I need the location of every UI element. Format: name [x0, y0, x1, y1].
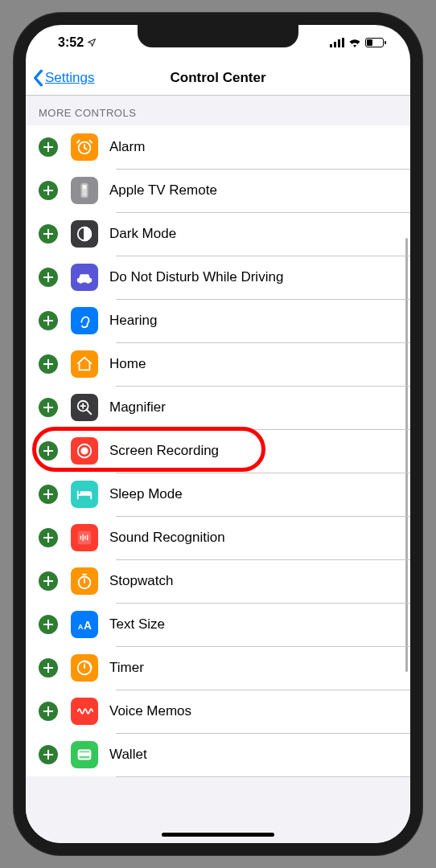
back-label: Settings — [45, 70, 94, 86]
cellular-icon — [330, 38, 344, 47]
list-item[interactable]: Sound Recognition — [26, 516, 410, 559]
record-icon — [71, 437, 98, 465]
svg-point-17 — [87, 280, 89, 283]
stopwatch-icon — [71, 567, 98, 595]
list-item[interactable]: Stopwatch — [26, 559, 410, 603]
svg-rect-1 — [334, 42, 336, 47]
row-label: Magnifier — [109, 399, 166, 416]
svg-rect-5 — [367, 39, 372, 46]
status-time: 3:52 — [58, 35, 84, 50]
row-label: Screen Recording — [109, 443, 219, 459]
remote-icon — [71, 177, 98, 204]
list-item[interactable]: Wallet — [26, 733, 410, 776]
add-button[interactable] — [39, 571, 58, 591]
row-label: Home — [109, 356, 146, 372]
list-item[interactable]: AAText Size — [26, 603, 410, 646]
svg-text:A: A — [78, 623, 84, 631]
row-label: Apple TV Remote — [109, 182, 217, 199]
svg-point-13 — [84, 186, 86, 188]
list-item[interactable]: Timer — [26, 646, 410, 690]
add-button[interactable] — [39, 441, 58, 461]
phone-frame: 3:52 Settings Control Center MORE CONTRO… — [13, 12, 423, 856]
row-label: Dark Mode — [109, 226, 176, 242]
magnifier-icon — [71, 394, 98, 421]
add-button[interactable] — [39, 658, 58, 678]
add-button[interactable] — [39, 311, 58, 330]
row-label: Sleep Mode — [109, 486, 183, 502]
add-button[interactable] — [39, 181, 58, 200]
row-label: Alarm — [109, 139, 145, 155]
bed-icon — [71, 481, 98, 508]
add-button[interactable] — [39, 268, 58, 287]
row-label: Text Size — [109, 616, 165, 633]
svg-line-19 — [87, 410, 92, 415]
add-button[interactable] — [39, 528, 58, 547]
svg-rect-38 — [79, 753, 91, 755]
nav-bar: Settings Control Center — [26, 60, 410, 96]
list-item[interactable]: Apple TV Remote — [26, 169, 410, 212]
list-item[interactable]: Alarm — [26, 125, 410, 169]
section-header: MORE CONTROLS — [26, 96, 410, 125]
battery-icon — [365, 38, 386, 47]
svg-rect-2 — [338, 39, 340, 47]
row-label: Hearing — [109, 313, 158, 329]
ear-icon — [71, 307, 98, 334]
wifi-icon — [348, 38, 361, 47]
wallet-icon — [71, 741, 98, 768]
add-button[interactable] — [39, 485, 58, 504]
svg-line-9 — [84, 148, 87, 149]
svg-text:A: A — [84, 620, 92, 632]
row-label: Timer — [109, 660, 144, 676]
row-label: Wallet — [109, 747, 147, 763]
voice-memos-icon — [71, 698, 98, 725]
row-label: Voice Memos — [109, 703, 191, 719]
add-button[interactable] — [39, 137, 58, 157]
row-label: Sound Recognition — [109, 530, 225, 546]
dark-mode-icon — [71, 220, 98, 248]
list-item[interactable]: Screen Recording — [26, 429, 410, 473]
row-label: Stopwatch — [109, 573, 173, 589]
svg-rect-0 — [330, 44, 332, 47]
content[interactable]: MORE CONTROLS AlarmApple TV RemoteDark M… — [26, 96, 410, 843]
list-item[interactable]: Do Not Disturb While Driving — [26, 256, 410, 299]
home-indicator[interactable] — [162, 833, 274, 837]
sound-recognition-icon — [71, 524, 98, 551]
home-icon — [71, 350, 98, 378]
car-icon — [71, 264, 98, 291]
svg-point-16 — [80, 280, 82, 283]
controls-list: AlarmApple TV RemoteDark ModeDo Not Dist… — [26, 125, 410, 776]
text-size-icon: AA — [71, 611, 98, 638]
svg-point-23 — [81, 448, 87, 453]
list-item[interactable]: Home — [26, 342, 410, 386]
list-item[interactable]: Magnifier — [26, 386, 410, 429]
add-button[interactable] — [39, 398, 58, 417]
svg-line-10 — [77, 141, 80, 143]
list-item[interactable]: Dark Mode — [26, 212, 410, 256]
page-title: Control Center — [171, 70, 266, 86]
svg-line-11 — [89, 141, 92, 143]
add-button[interactable] — [39, 224, 58, 244]
list-item[interactable]: Voice Memos — [26, 690, 410, 733]
screen: 3:52 Settings Control Center MORE CONTRO… — [26, 25, 410, 843]
add-button[interactable] — [39, 354, 58, 374]
add-button[interactable] — [39, 615, 58, 634]
svg-rect-6 — [385, 41, 386, 44]
row-label: Do Not Disturb While Driving — [109, 269, 283, 285]
svg-rect-3 — [342, 38, 344, 47]
list-item[interactable]: Sleep Mode — [26, 473, 410, 516]
alarm-icon — [71, 133, 98, 161]
notch — [138, 25, 298, 47]
location-icon — [87, 38, 97, 47]
add-button[interactable] — [39, 702, 58, 721]
timer-icon — [71, 654, 98, 682]
add-button[interactable] — [39, 745, 58, 764]
back-button[interactable]: Settings — [26, 69, 94, 87]
chevron-left-icon — [32, 69, 43, 87]
list-item[interactable]: Hearing — [26, 299, 410, 342]
